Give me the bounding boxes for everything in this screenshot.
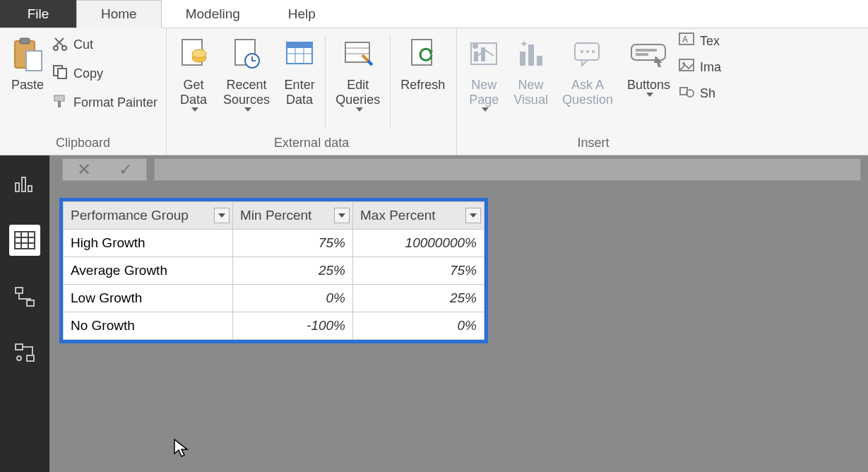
svg-rect-27 <box>520 52 525 66</box>
get-data-button[interactable]: Get Data <box>171 31 216 114</box>
recent-sources-button[interactable]: Recent Sources <box>216 31 277 114</box>
table-row[interactable]: No Growth -100% 0% <box>64 312 484 340</box>
shapes-label: Sh <box>700 86 715 101</box>
workspace: ✕ ✓ Performance Group Min Per <box>0 155 868 472</box>
refresh-button[interactable]: Refresh <box>393 31 452 95</box>
buttons-label: Buttons <box>627 78 670 93</box>
paste-label: Paste <box>11 78 44 93</box>
shapes-button[interactable]: Sh <box>679 85 721 102</box>
chevron-down-icon <box>356 107 363 112</box>
svg-rect-2 <box>26 51 42 71</box>
column-header-min-percent[interactable]: Min Percent <box>233 202 353 230</box>
paste-button[interactable]: Paste <box>4 31 51 95</box>
table-row[interactable]: High Growth 75% 10000000% <box>64 230 484 257</box>
tab-modeling[interactable]: Modeling <box>162 0 264 28</box>
svg-rect-35 <box>631 45 665 60</box>
new-visual-label: New Visual <box>513 78 548 107</box>
svg-point-11 <box>192 49 206 58</box>
format-painter-label: Format Painter <box>73 95 157 110</box>
column-header-label: Min Percent <box>240 208 311 223</box>
new-visual-icon: ✦ <box>516 34 547 75</box>
formula-input[interactable] <box>154 158 861 181</box>
chevron-down-icon <box>244 107 251 112</box>
copy-button[interactable]: Copy <box>52 64 157 83</box>
svg-rect-44 <box>16 183 19 191</box>
edit-queries-icon <box>343 34 374 75</box>
commit-formula-button[interactable]: ✓ <box>112 160 140 179</box>
table-row[interactable]: Low Growth 0% 25% <box>64 285 484 312</box>
svg-rect-55 <box>27 355 34 361</box>
enter-data-label: Enter Data <box>285 78 315 107</box>
cell-group: Average Growth <box>64 257 233 285</box>
cell-max: 0% <box>353 312 484 340</box>
column-filter-button[interactable] <box>334 208 350 223</box>
cell-group: High Growth <box>64 230 233 257</box>
svg-rect-53 <box>27 300 34 306</box>
ask-question-button[interactable]: Ask A Question <box>555 31 620 110</box>
cancel-formula-button[interactable]: ✕ <box>70 160 98 179</box>
column-header-max-percent[interactable]: Max Percent <box>353 202 484 230</box>
cell-min: 75% <box>233 230 353 257</box>
column-header-performance-group[interactable]: Performance Group <box>64 202 233 230</box>
column-header-label: Max Percent <box>360 208 436 223</box>
svg-point-32 <box>581 50 583 53</box>
check-icon: ✓ <box>119 160 133 179</box>
table-icon <box>14 231 35 249</box>
column-filter-button[interactable] <box>465 208 481 223</box>
column-filter-button[interactable] <box>214 208 230 223</box>
text-box-icon: A <box>679 33 694 50</box>
enter-data-button[interactable]: Enter Data <box>277 31 322 110</box>
image-label: Ima <box>700 60 721 75</box>
svg-rect-8 <box>58 101 61 107</box>
svg-rect-15 <box>287 42 312 48</box>
image-button[interactable]: Ima <box>679 59 721 76</box>
svg-point-4 <box>62 46 66 50</box>
report-view-button[interactable] <box>9 168 40 199</box>
svg-text:✦: ✦ <box>520 39 528 49</box>
buttons-button[interactable]: Buttons <box>620 31 677 100</box>
cell-min: 25% <box>233 257 353 285</box>
separator <box>325 35 326 129</box>
new-visual-button[interactable]: ✦ New Visual <box>506 31 555 110</box>
svg-rect-46 <box>28 186 32 191</box>
tab-help[interactable]: Help <box>264 0 340 28</box>
cell-min: 0% <box>233 285 353 312</box>
svg-rect-7 <box>54 95 64 101</box>
mouse-cursor-icon <box>173 438 189 458</box>
svg-rect-47 <box>15 232 35 249</box>
data-view-button[interactable] <box>9 225 40 256</box>
edit-queries-button[interactable]: Edit Queries <box>328 31 387 114</box>
table-row[interactable]: Average Growth 25% 75% <box>64 257 484 285</box>
text-box-button[interactable]: A Tex <box>679 33 721 50</box>
chevron-down-icon <box>482 107 489 112</box>
ribbon-group-label-external-data: External data <box>171 133 452 153</box>
tab-file[interactable]: File <box>0 0 76 28</box>
relationship-icon <box>14 343 35 364</box>
enter-data-icon <box>284 34 315 75</box>
ribbon-group-insert: New Page ✦ New Visual Ask A Question Bu <box>457 28 730 155</box>
ribbon-group-clipboard: Paste Cut Copy <box>0 28 167 155</box>
tab-home[interactable]: Home <box>76 0 162 28</box>
cell-max: 25% <box>353 285 484 312</box>
cut-button[interactable]: Cut <box>52 35 157 54</box>
model-view-button[interactable] <box>9 281 40 312</box>
svg-rect-28 <box>528 45 534 66</box>
recent-sources-icon <box>231 34 262 75</box>
relationship-view-button[interactable] <box>9 338 40 369</box>
new-page-button[interactable]: New Page <box>461 31 506 114</box>
format-painter-button[interactable]: Format Painter <box>52 93 157 112</box>
svg-rect-54 <box>16 344 23 350</box>
view-rail <box>0 155 49 472</box>
recent-sources-label: Recent Sources <box>223 78 270 107</box>
svg-rect-29 <box>537 56 542 66</box>
svg-point-34 <box>592 50 595 53</box>
svg-rect-6 <box>58 69 66 78</box>
column-header-label: Performance Group <box>71 208 189 223</box>
chevron-down-icon <box>470 213 477 218</box>
svg-rect-52 <box>16 288 23 293</box>
svg-point-33 <box>586 50 589 53</box>
cell-group: No Growth <box>64 312 233 340</box>
get-data-icon <box>178 34 209 75</box>
svg-point-56 <box>17 356 21 360</box>
get-data-label: Get Data <box>180 78 207 107</box>
